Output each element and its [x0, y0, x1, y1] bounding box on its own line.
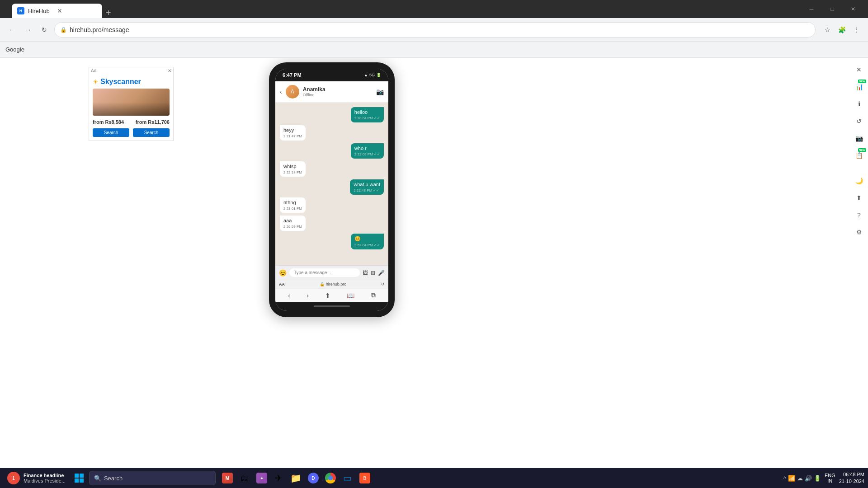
- ad-brand-name: Skyscanner: [100, 78, 141, 86]
- maximize-button[interactable]: □: [822, 0, 843, 18]
- ad-image: [93, 89, 170, 116]
- phone-notch: [318, 69, 345, 78]
- reload-button[interactable]: ↻: [38, 23, 51, 36]
- ad-close-icon[interactable]: ✕: [168, 68, 171, 73]
- browser-toolbar: ← → ↻ 🔒 hirehub.pro/message ☆ 🧩 ⋮: [0, 18, 868, 42]
- message-text: helloo: [354, 109, 380, 115]
- chrome-settings-icon[interactable]: ⋮: [850, 23, 863, 36]
- taskbar-app-red[interactable]: M: [219, 470, 236, 486]
- taskbar-app-purple[interactable]: ✦: [254, 470, 270, 486]
- network-icon[interactable]: 📶: [788, 475, 795, 482]
- video-call-icon[interactable]: 📷: [376, 88, 384, 95]
- app-icon-label: M: [226, 476, 229, 481]
- svg-rect-2: [75, 479, 79, 483]
- bookmarks-bar: Google: [0, 42, 868, 58]
- sidebar-settings-button[interactable]: ⚙: [851, 224, 867, 240]
- message-row: whtsp 2:22:18 PM: [280, 161, 384, 177]
- sidebar-refresh-button[interactable]: ↺: [851, 113, 867, 129]
- news-notification[interactable]: 1 Finance headline Maldives Preside...: [4, 468, 69, 488]
- new-tab-button[interactable]: +: [106, 8, 111, 18]
- sidebar-help-button[interactable]: ?: [851, 207, 867, 223]
- message-bubble-sent: who r 2:22:09 PM ✓✓: [351, 143, 384, 159]
- lock-icon: 🔒: [60, 27, 67, 33]
- ad-search-button-2[interactable]: Search: [133, 128, 170, 137]
- taskbar-search-box[interactable]: 🔍 Search: [89, 471, 216, 485]
- news-subtitle: Maldives Preside...: [24, 478, 66, 483]
- taskbar-apps: M 🗂 ✦ ✈ 📁 D ▭: [219, 470, 373, 486]
- ad-price-1: from Rs8,584: [93, 119, 124, 125]
- audio-icon[interactable]: 🔊: [805, 475, 812, 482]
- nav-bookmarks-icon[interactable]: 📖: [347, 292, 354, 299]
- close-button[interactable]: ✕: [843, 0, 863, 18]
- ad-prices: from Rs8,584 from Rs11,706: [93, 119, 170, 125]
- message-bubble-sent: 😊 2:52:04 PM ✓✓: [351, 234, 384, 249]
- new-badge-2: NEW: [858, 148, 866, 152]
- message-bubble-received: heyy 2:21:47 PM: [280, 125, 306, 141]
- minimize-button[interactable]: ─: [801, 0, 822, 18]
- bookmark-star-icon[interactable]: ☆: [821, 23, 834, 36]
- nav-tabs-icon[interactable]: ⧉: [371, 291, 376, 299]
- vscode-icon: ▭: [343, 473, 352, 483]
- ad-search-button-1[interactable]: Search: [93, 128, 129, 137]
- battery-icon: 🔋: [376, 73, 381, 77]
- google-bookmark[interactable]: Google: [5, 46, 24, 53]
- ad-price-1-value: from Rs8,584: [93, 119, 124, 125]
- toolbar-icons: ☆ 🧩 ⋮: [821, 23, 863, 36]
- refresh-icon-small[interactable]: ↺: [381, 282, 385, 286]
- sidebar-share-button[interactable]: ⬆: [851, 190, 867, 206]
- message-bubble-sent: what u want 2:22:48 PM ✓✓: [350, 179, 384, 195]
- sidebar-camera-button[interactable]: 📷: [851, 130, 867, 146]
- emoji-button[interactable]: 😊: [279, 269, 287, 277]
- tray-expand-icon[interactable]: ^: [783, 475, 786, 482]
- image-button[interactable]: 🖼: [363, 270, 368, 276]
- text-size-icon[interactable]: AA: [279, 282, 285, 286]
- taskbar-app-discord[interactable]: D: [305, 470, 321, 486]
- back-button[interactable]: ←: [5, 23, 18, 36]
- nav-share-icon[interactable]: ⬆: [325, 292, 330, 299]
- nav-forward-icon[interactable]: ›: [307, 292, 309, 299]
- system-clock[interactable]: 06:48 PM 21-10-2024: [839, 471, 864, 485]
- ad-panel: Ad ✕ ☀ Skyscanner from Rs8,584 from Rs11…: [89, 67, 174, 141]
- taskbar-app-chrome[interactable]: [322, 470, 339, 486]
- extensions-icon[interactable]: 🧩: [835, 23, 848, 36]
- mic-button[interactable]: 🎤: [378, 270, 385, 276]
- nav-back-icon[interactable]: ‹: [288, 292, 290, 299]
- taskbar-app-telegram[interactable]: ✈: [271, 470, 287, 486]
- cloud-icon[interactable]: ☁: [797, 475, 803, 482]
- phone-home-bar: [275, 302, 388, 311]
- start-button[interactable]: [71, 470, 87, 486]
- svg-rect-0: [75, 474, 79, 478]
- chat-input-bar: 😊 🖼 ⊞ 🎤: [275, 265, 388, 280]
- message-bubble-received: aaa 2:26:59 PM: [280, 216, 306, 231]
- battery-taskbar-icon[interactable]: 🔋: [814, 475, 821, 482]
- tab-close-button[interactable]: ✕: [57, 7, 62, 14]
- sidebar-close-button[interactable]: ✕: [851, 61, 867, 78]
- grid-button[interactable]: ⊞: [371, 270, 375, 276]
- news-content: Finance headline Maldives Preside...: [24, 473, 66, 483]
- taskbar-app-folder[interactable]: 📁: [288, 470, 304, 486]
- taskbar-app-vscode[interactable]: ▭: [340, 470, 356, 486]
- taskbar-app-brave[interactable]: B: [357, 470, 373, 486]
- sidebar-info-button[interactable]: ℹ: [851, 96, 867, 112]
- svg-rect-3: [80, 479, 84, 483]
- forward-button[interactable]: →: [22, 23, 34, 36]
- search-text: Search: [104, 475, 123, 482]
- sidebar-new-feature-2-button[interactable]: NEW 📋: [851, 147, 867, 164]
- active-tab[interactable]: H HireHub ✕: [12, 4, 102, 18]
- message-bubble-received: whtsp 2:22:18 PM: [280, 161, 306, 177]
- files-icon: 🗂: [240, 473, 249, 483]
- tab-favicon: H: [17, 7, 24, 14]
- sidebar-new-feature-1-button[interactable]: NEW 📊: [851, 79, 867, 95]
- address-bar[interactable]: 🔒 hirehub.pro/message: [54, 22, 816, 38]
- language-indicator[interactable]: ENGIN: [825, 473, 835, 483]
- phone-device: 6:47 PM ▲ 5G 🔋 ‹ A Anamika Offline: [269, 62, 395, 317]
- skyscanner-sun-icon: ☀: [93, 78, 99, 85]
- back-arrow-icon[interactable]: ‹: [280, 88, 282, 95]
- ad-price-2-value: from Rs11,706: [136, 119, 170, 125]
- message-bubble-sent: helloo 2:20:04 PM ✓✓: [351, 107, 384, 122]
- contact-info: Anamika Offline: [303, 86, 373, 97]
- sidebar-moon-button[interactable]: 🌙: [851, 173, 867, 189]
- message-input[interactable]: [289, 268, 360, 277]
- taskbar-app-files[interactable]: 🗂: [236, 470, 253, 486]
- signal-type: 5G: [369, 73, 375, 77]
